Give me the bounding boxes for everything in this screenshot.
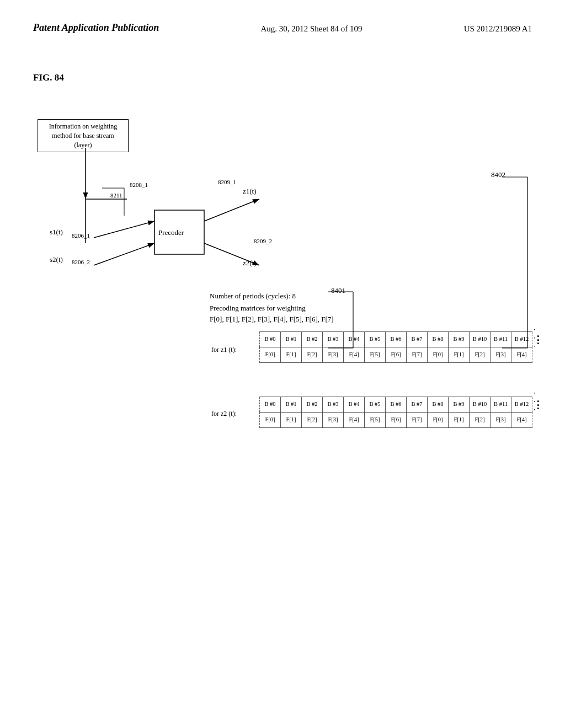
label-z2t: z2(t) bbox=[243, 259, 257, 267]
label-z1t: z1(t) bbox=[243, 187, 257, 196]
num-periods: Number of periods (cycles): 8 bbox=[210, 292, 296, 301]
info-box: Information on weighting method for base… bbox=[38, 119, 129, 152]
publication-number: US 2012/219089 A1 bbox=[464, 24, 532, 34]
z1-cell-1-bot: F[1] bbox=[281, 347, 302, 363]
z2-cell-2-bot: F[2] bbox=[302, 413, 323, 428]
z1-cell-6-top: B #6 bbox=[386, 332, 407, 347]
z1-table: B #0 B #1 B #2 B #3 B #4 B #5 B #6 B #7 … bbox=[259, 331, 532, 363]
z1-cell-4-bot: F[4] bbox=[344, 347, 365, 363]
label-8211: 8211 bbox=[110, 192, 122, 199]
z1-cell-9-top: B #9 bbox=[449, 332, 470, 347]
z1-cell-10-bot: F[2] bbox=[470, 347, 491, 363]
page-header: Patent Application Publication Aug. 30, … bbox=[0, 0, 565, 34]
z1-cell-3-top: B #3 bbox=[323, 332, 344, 347]
z1-cell-5-bot: F[5] bbox=[365, 347, 386, 363]
figure-label: FIG. 84 bbox=[33, 72, 64, 83]
svg-line-3 bbox=[94, 221, 154, 238]
z1-cell-1-top: B #1 bbox=[281, 332, 302, 347]
z2-cell-8-bot: F[0] bbox=[428, 413, 449, 428]
z2-cell-5-top: B #5 bbox=[365, 397, 386, 413]
z1-cell-11-top: B #11 bbox=[491, 332, 511, 347]
z2-cell-1-top: B #1 bbox=[281, 397, 302, 413]
z1-row-bottom: F[0] F[1] F[2] F[3] F[4] F[5] F[6] F[7] … bbox=[260, 347, 532, 363]
info-line1: Information on weighting bbox=[49, 122, 117, 130]
z1-row-top: B #0 B #1 B #2 B #3 B #4 B #5 B #6 B #7 … bbox=[260, 332, 532, 347]
z2-cell-11-top: B #11 bbox=[491, 397, 511, 413]
top-dots-z2: · · · bbox=[530, 392, 539, 413]
for-z1-label: for z1 (t): bbox=[211, 346, 237, 354]
z1-cell-9-bot: F[1] bbox=[449, 347, 470, 363]
z1-cell-0-top: B #0 bbox=[260, 332, 281, 347]
z2-table: B #0 B #1 B #2 B #3 B #4 B #5 B #6 B #7 … bbox=[259, 397, 532, 428]
z2-cell-4-top: B #4 bbox=[344, 397, 365, 413]
z2-cell-7-bot: F[7] bbox=[407, 413, 428, 428]
z1-cell-3-bot: F[3] bbox=[323, 347, 344, 363]
z2-cell-5-bot: F[5] bbox=[365, 413, 386, 428]
z1-cell-5-top: B #5 bbox=[365, 332, 386, 347]
z1-cell-10-top: B #10 bbox=[470, 332, 491, 347]
label-8401: 8401 bbox=[331, 286, 345, 295]
z1-cell-2-bot: F[2] bbox=[302, 347, 323, 363]
z1-cell-7-bot: F[7] bbox=[407, 347, 428, 363]
label-8208-1: 8208_1 bbox=[130, 181, 148, 188]
for-z2-label: for z2 (t): bbox=[211, 410, 237, 418]
z1-cell-8-top: B #8 bbox=[428, 332, 449, 347]
f-matrix-label: F[0], F[1], F[2], F[3], F[4], F[5], F[6]… bbox=[210, 315, 334, 324]
label-8206-2: 8206_2 bbox=[72, 259, 90, 265]
z1-grid: B #0 B #1 B #2 B #3 B #4 B #5 B #6 B #7 … bbox=[259, 331, 532, 363]
label-s2t: s2(t) bbox=[50, 255, 63, 264]
z2-cell-7-top: B #7 bbox=[407, 397, 428, 413]
z2-cell-12-top: B #12 bbox=[511, 397, 532, 413]
z2-cell-8-top: B #8 bbox=[428, 397, 449, 413]
label-8206-1: 8206_1 bbox=[72, 232, 90, 239]
z1-cell-7-top: B #7 bbox=[407, 332, 428, 347]
z1-cell-8-bot: F[0] bbox=[428, 347, 449, 363]
z1-cell-0-bot: F[0] bbox=[260, 347, 281, 363]
z2-cell-3-top: B #3 bbox=[323, 397, 344, 413]
z1-cell-6-bot: F[6] bbox=[386, 347, 407, 363]
precoder-label: Precoder bbox=[158, 228, 184, 237]
z2-cell-10-bot: F[2] bbox=[470, 413, 491, 428]
precoding-matrices-label: Precoding matrices for weighting bbox=[210, 304, 306, 313]
z2-cell-6-bot: F[6] bbox=[386, 413, 407, 428]
z2-cell-3-bot: F[3] bbox=[323, 413, 344, 428]
z2-cell-10-top: B #10 bbox=[470, 397, 491, 413]
z2-cell-1-bot: F[1] bbox=[281, 413, 302, 428]
publication-title: Patent Application Publication bbox=[33, 22, 159, 34]
label-s1t: s1(t) bbox=[50, 228, 63, 237]
z1-cell-11-bot: F[3] bbox=[491, 347, 511, 363]
z2-cell-2-top: B #2 bbox=[302, 397, 323, 413]
label-8209-1: 8209_1 bbox=[218, 179, 236, 185]
svg-line-6 bbox=[204, 199, 259, 221]
z2-cell-4-bot: F[4] bbox=[344, 413, 365, 428]
publication-date-sheet: Aug. 30, 2012 Sheet 84 of 109 bbox=[260, 24, 362, 34]
svg-line-4 bbox=[94, 243, 154, 265]
z2-cell-12-bot: F[4] bbox=[511, 413, 532, 428]
z2-grid: B #0 B #1 B #2 B #3 B #4 B #5 B #6 B #7 … bbox=[259, 397, 532, 428]
label-8209-2: 8209_2 bbox=[254, 238, 272, 244]
z2-row-bottom: F[0] F[1] F[2] F[3] F[4] F[5] F[6] F[7] … bbox=[260, 413, 532, 428]
info-line2: method for base stream (layer) bbox=[52, 132, 114, 149]
z2-cell-9-bot: F[1] bbox=[449, 413, 470, 428]
z1-cell-12-bot: F[4] bbox=[511, 347, 532, 363]
z2-row-top: B #0 B #1 B #2 B #3 B #4 B #5 B #6 B #7 … bbox=[260, 397, 532, 413]
z2-cell-0-top: B #0 bbox=[260, 397, 281, 413]
figure-content: FIG. 84 Information on weighting method … bbox=[0, 39, 565, 712]
z1-cell-2-top: B #2 bbox=[302, 332, 323, 347]
z1-cell-4-top: B #4 bbox=[344, 332, 365, 347]
top-dots-z1: · · · bbox=[530, 329, 539, 350]
label-8402: 8402 bbox=[491, 170, 505, 179]
z2-cell-9-top: B #9 bbox=[449, 397, 470, 413]
z2-cell-6-top: B #6 bbox=[386, 397, 407, 413]
z1-cell-12-top: B #12 bbox=[511, 332, 532, 347]
z2-cell-11-bot: F[3] bbox=[491, 413, 511, 428]
z2-cell-0-bot: F[0] bbox=[260, 413, 281, 428]
